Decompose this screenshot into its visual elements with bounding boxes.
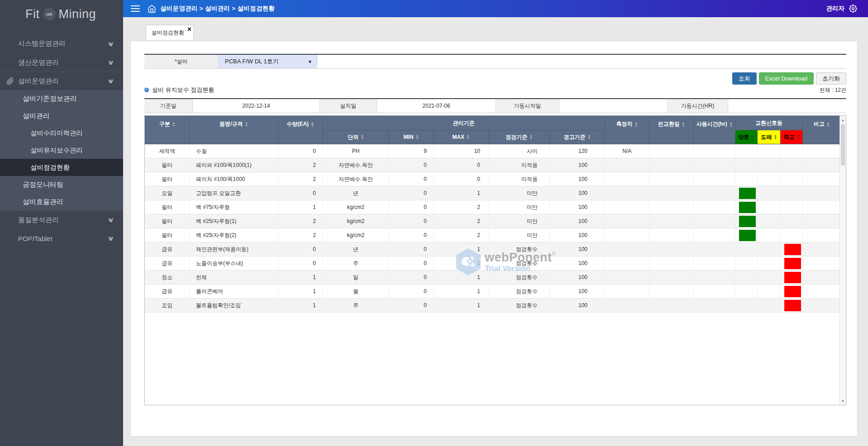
cell-min: 0 bbox=[389, 200, 434, 214]
col-header-signal-urgent[interactable]: 즉교 bbox=[781, 130, 803, 144]
cell-max: 2 bbox=[434, 200, 489, 214]
hamburger-menu-icon[interactable] bbox=[131, 4, 140, 14]
cell-warn-standard: 100 bbox=[550, 299, 605, 313]
tab-equipment-inspection-status[interactable]: 설비점검현황 × bbox=[146, 25, 194, 40]
col-header-prev-change[interactable]: 전교환일 bbox=[649, 116, 694, 144]
gear-icon[interactable] bbox=[849, 5, 857, 13]
col-header-gubun[interactable]: 구분 bbox=[145, 116, 190, 144]
cell-check-standard: 미만 bbox=[489, 228, 550, 242]
col-header-signal-good[interactable]: 양호 bbox=[735, 130, 758, 144]
cell-qty: 2 bbox=[278, 172, 323, 186]
cell-min: 0 bbox=[389, 285, 434, 299]
cell-min: 0 bbox=[389, 299, 434, 313]
table-row[interactable]: 필터 백 #75/자루형 1 kg/cm2 0 2 미만 100 bbox=[145, 200, 841, 214]
app-logo[interactable]: Fit on Mining bbox=[0, 0, 123, 28]
cell-measure bbox=[605, 186, 649, 200]
cell-max: 0 bbox=[434, 172, 489, 186]
sidebar-item[interactable]: 설비수리이력관리 bbox=[0, 124, 123, 142]
col-header-qty[interactable]: 수량(EA) bbox=[278, 116, 323, 144]
table-row[interactable]: 오일 고압펌프 오일교환 0 년 0 1 미만 100 bbox=[145, 186, 841, 200]
cell-check-standard: 사이 bbox=[489, 144, 550, 158]
sidebar-item[interactable]: 설비관리 bbox=[0, 107, 123, 124]
col-header-min[interactable]: MIN bbox=[389, 130, 434, 144]
cell-warn-standard: 100 bbox=[550, 200, 605, 214]
vertical-scrollbar[interactable]: ▲ ▼ bbox=[839, 116, 846, 405]
cell-measure bbox=[605, 299, 649, 313]
col-header-signal-due[interactable]: 도래 bbox=[758, 130, 781, 144]
scroll-up-icon[interactable]: ▲ bbox=[840, 117, 846, 123]
table-row[interactable]: 필터 페이처 #100/폭1000 2 자연배수.육안 0 0 미적용 100 bbox=[145, 172, 841, 186]
info-label: 기준일 bbox=[144, 99, 193, 113]
sidebar-item-label: 설비운영관리 bbox=[18, 77, 59, 85]
cell-measure bbox=[605, 285, 649, 299]
cell-qty: 1 bbox=[278, 270, 323, 285]
inspection-grid: 구분 품명/규격 수량(EA) 관리기준 측정치 전교환일 사용시간(hr) 교… bbox=[144, 115, 846, 405]
signal-due-cell bbox=[758, 299, 781, 313]
signal-urgent-cell bbox=[781, 214, 803, 228]
paperclip-icon bbox=[6, 77, 14, 85]
cell-check-standard: 미만 bbox=[489, 200, 550, 214]
cell-warn-standard: 100 bbox=[550, 285, 605, 299]
signal-urgent-cell bbox=[781, 299, 803, 313]
col-header-check-standard[interactable]: 점검기준 bbox=[489, 130, 550, 144]
col-header-max[interactable]: MAX bbox=[434, 130, 489, 144]
equipment-select-value: PCBA F/W DL 1호기 bbox=[225, 57, 279, 66]
cell-unit: PH bbox=[323, 144, 389, 158]
signal-due-cell bbox=[758, 200, 781, 214]
cell-min: 0 bbox=[389, 270, 434, 285]
info-bar: 기준일 2022-12-14 설치일 2021-07-06 가동시작일 가동시간… bbox=[144, 98, 846, 113]
sidebar-item[interactable]: 시스템운영관리 ∨ bbox=[0, 34, 123, 53]
equipment-select[interactable]: PCBA F/W DL 1호기 ▼ bbox=[219, 55, 317, 68]
cell-gubun: 필터 bbox=[145, 214, 190, 228]
cell-use-time bbox=[694, 172, 735, 186]
table-row[interactable]: 급유 노즐이송부(부스내) 0 주 0 1 점검횟수 100 bbox=[145, 256, 841, 270]
cell-warn-standard: 100 bbox=[550, 228, 605, 242]
cell-measure: N/A bbox=[605, 144, 649, 158]
query-button[interactable]: 조회 bbox=[732, 72, 757, 85]
sidebar-item[interactable]: 설비기준정보관리 bbox=[0, 90, 123, 107]
col-header-warn-standard[interactable]: 경고기준 bbox=[550, 130, 605, 144]
table-row[interactable]: 청소 전체 1 일 0 1 점검횟수 100 bbox=[145, 270, 841, 285]
cell-name: 전체 bbox=[190, 270, 278, 285]
home-icon[interactable] bbox=[148, 5, 156, 13]
table-row[interactable]: 급유 롤러콘베어 1 월 0 1 점검횟수 100 bbox=[145, 285, 841, 299]
table-row[interactable]: 필터 백 #25/자루형(1) 2 kg/cm2 0 2 미만 100 bbox=[145, 214, 841, 228]
sidebar-item[interactable]: 설비운영관리 ∨ bbox=[0, 71, 123, 90]
scroll-down-icon[interactable]: ▼ bbox=[840, 398, 846, 404]
sidebar-item[interactable]: 설비점검현황 bbox=[0, 159, 123, 176]
reset-button[interactable]: 초기화 bbox=[816, 72, 846, 85]
user-name[interactable]: 관리자 bbox=[826, 5, 845, 13]
table-row[interactable]: 필터 백 #25/자루형(2) 2 kg/cm2 0 2 미만 100 bbox=[145, 228, 841, 242]
cell-gubun: 필터 bbox=[145, 200, 190, 214]
cell-prev-change bbox=[649, 214, 694, 228]
col-header-name[interactable]: 품명/규격 bbox=[190, 116, 278, 144]
sidebar-item[interactable]: 품질분석관리 ∨ bbox=[0, 210, 123, 229]
sidebar-item[interactable]: 공정모니터링 bbox=[0, 176, 123, 193]
cell-unit: 년 bbox=[323, 242, 389, 256]
excel-download-button[interactable]: Excel Download bbox=[759, 72, 814, 85]
cell-qty: 0 bbox=[278, 186, 323, 200]
table-row[interactable]: 세척액 수질 0 PH 9 10 사이 120 N/A bbox=[145, 144, 841, 158]
cell-use-time bbox=[694, 186, 735, 200]
sidebar-nav: 시스템운영관리 ∨ 생산운영관리 ∨ 설비운영관리 ∨ bbox=[0, 34, 123, 247]
scrollbar-thumb[interactable] bbox=[841, 124, 845, 166]
col-header-use-time[interactable]: 사용시간(hr) bbox=[694, 116, 735, 144]
sidebar-item[interactable]: 생산운영관리 ∨ bbox=[0, 53, 123, 71]
table-row[interactable]: 급유 체인관련부(제품이동) 0 년 0 1 점검횟수 100 bbox=[145, 242, 841, 256]
col-header-unit[interactable]: 단위 bbox=[323, 130, 389, 144]
sort-icon bbox=[774, 134, 777, 140]
sidebar-item[interactable]: 설비효율관리 bbox=[0, 193, 123, 210]
sidebar-item[interactable]: POP/Tablet ∨ bbox=[0, 229, 123, 247]
close-icon[interactable]: × bbox=[187, 25, 191, 33]
table-row[interactable]: 조임 볼트풀림확인/조임` 1 주 0 1 점검횟수 100 bbox=[145, 299, 841, 313]
cell-prev-change bbox=[649, 158, 694, 172]
col-header-note[interactable]: 비고 bbox=[803, 116, 841, 144]
cell-qty: 2 bbox=[278, 158, 323, 172]
col-header-measure[interactable]: 측정치 bbox=[605, 116, 649, 144]
cell-name: 백 #75/자루형 bbox=[190, 200, 278, 214]
cell-use-time bbox=[694, 256, 735, 270]
cube-icon bbox=[144, 88, 149, 92]
sidebar-item[interactable]: 설비유지보수관리 bbox=[0, 142, 123, 159]
sort-icon bbox=[361, 134, 363, 140]
table-row[interactable]: 필터 페이퍼 #100/폭1000(1) 2 자연배수.육안 0 0 미적용 1… bbox=[145, 158, 841, 172]
